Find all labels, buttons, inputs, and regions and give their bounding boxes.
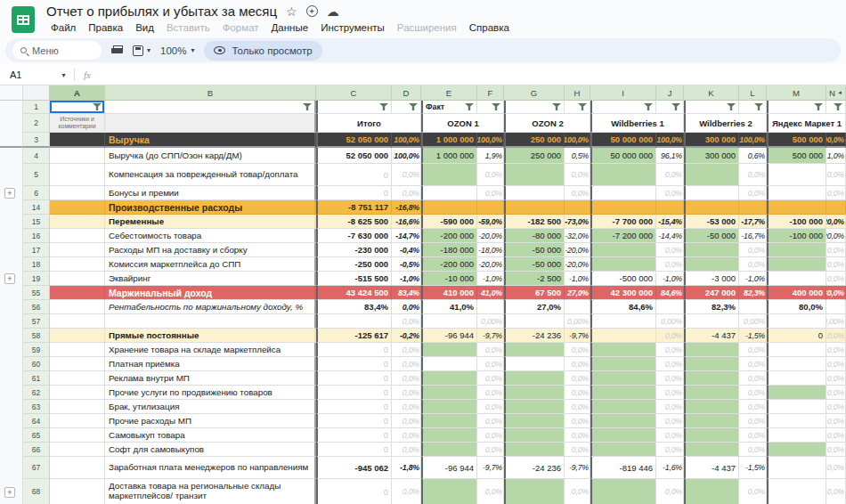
cell[interactable]: -200 000 — [421, 257, 477, 272]
cell[interactable]: 0,0% — [739, 400, 767, 414]
cell[interactable] — [421, 400, 477, 414]
cell[interactable] — [504, 200, 565, 215]
row-label-cell[interactable]: Прочие услуги по продвижению товаров — [105, 386, 316, 400]
cell[interactable] — [767, 243, 826, 257]
cell[interactable]: 0,0% — [565, 400, 590, 414]
cell[interactable] — [684, 357, 739, 371]
cell[interactable]: 0,0% — [392, 300, 421, 314]
cell[interactable]: 0,0% — [739, 479, 767, 504]
filter-icon[interactable] — [303, 103, 312, 110]
row-number[interactable]: 5 — [23, 164, 50, 186]
cell[interactable]: -1,0% — [477, 272, 504, 286]
cell[interactable]: -20,0% — [477, 229, 504, 243]
cell[interactable]: -9,7% — [477, 457, 504, 479]
cell[interactable]: 0 — [316, 357, 392, 371]
cell[interactable]: -7 630 000 — [316, 229, 392, 243]
cell[interactable] — [767, 414, 826, 428]
cell[interactable]: 52 050 000 — [316, 148, 392, 164]
cell[interactable]: -2 500 — [504, 272, 565, 286]
cell[interactable] — [590, 257, 656, 272]
cell[interactable]: 0,0% — [739, 186, 767, 200]
cell[interactable] — [421, 371, 477, 386]
sources-header[interactable]: Источники и комментарии — [50, 114, 105, 133]
cell[interactable]: 27,0% — [565, 286, 590, 300]
name-box-caret-icon[interactable]: ▼ — [61, 72, 67, 78]
row-label-cell[interactable]: Комиссия маркетплейса до СПП — [105, 257, 316, 272]
cell[interactable]: -3 000 — [684, 272, 739, 286]
marketplace-header[interactable]: Wildberries 1 — [590, 114, 684, 133]
expand-group-button[interactable]: + — [4, 487, 15, 498]
cell[interactable]: 100,0% — [565, 133, 590, 148]
cell[interactable]: -16,6% — [392, 215, 421, 229]
filter-icon[interactable] — [727, 103, 736, 110]
cell[interactable]: -1,0% — [739, 272, 767, 286]
cell[interactable]: -125 617 — [316, 329, 392, 343]
cell[interactable]: 0,0% — [392, 428, 421, 443]
row-label-cell[interactable]: Платная приёмка — [105, 357, 316, 371]
cell[interactable] — [684, 414, 739, 428]
cell[interactable]: -250 000 — [316, 257, 392, 272]
cell[interactable]: 100,0% — [477, 133, 504, 148]
request-access-icon[interactable]: + — [306, 5, 318, 17]
cell[interactable]: -9,7% — [565, 329, 590, 343]
cell[interactable] — [421, 343, 477, 357]
row-label-cell[interactable] — [105, 314, 316, 329]
row-label-cell[interactable]: Эквайринг — [105, 272, 316, 286]
row-number[interactable]: 19 — [23, 272, 50, 286]
row-label-cell[interactable]: Софт для самовыкупов — [105, 443, 316, 457]
cell[interactable] — [684, 314, 739, 329]
cell[interactable]: 0,0% — [826, 164, 846, 186]
cell[interactable] — [767, 272, 826, 286]
cell[interactable]: 500 000 — [767, 133, 826, 148]
cell[interactable]: 0,0% — [477, 357, 504, 371]
filter-icon[interactable] — [671, 103, 680, 110]
cell[interactable] — [590, 443, 656, 457]
cell[interactable]: -1,0% — [565, 272, 590, 286]
cell[interactable] — [316, 314, 392, 329]
cell[interactable]: 0,0% — [656, 343, 684, 357]
row-number[interactable]: 57 — [23, 314, 50, 329]
cell[interactable]: -20,0% — [565, 257, 590, 272]
cell[interactable]: 52 050 000 — [316, 133, 392, 148]
cell[interactable]: -0,2% — [392, 329, 421, 343]
cell[interactable]: 0,0% — [826, 479, 846, 504]
cell[interactable]: 0 — [316, 443, 392, 457]
cell[interactable] — [767, 343, 826, 357]
cell[interactable] — [50, 400, 105, 414]
cell[interactable]: 400 000 — [767, 286, 826, 300]
column-header[interactable]: F — [477, 85, 504, 101]
cell[interactable] — [50, 215, 105, 229]
row-label-cell[interactable]: Компенсация за поврежденный товар/доплат… — [105, 164, 316, 186]
cell[interactable] — [767, 371, 826, 386]
cell[interactable]: -20,0% — [565, 243, 590, 257]
cell[interactable]: 1 000 000 — [421, 148, 477, 164]
row-number[interactable]: 18 — [23, 257, 50, 272]
cell[interactable] — [684, 386, 739, 400]
cell[interactable] — [684, 164, 739, 186]
cell[interactable] — [767, 479, 826, 504]
cell[interactable]: 0,00% — [477, 314, 504, 329]
cell[interactable] — [504, 443, 565, 457]
cell[interactable]: 0,0% — [392, 164, 421, 186]
row-number[interactable]: 60 — [23, 357, 50, 371]
row-label-cell[interactable]: Прочие расходы МП — [105, 414, 316, 428]
cell[interactable] — [590, 200, 656, 215]
cell[interactable]: -0,4% — [392, 243, 421, 257]
cell[interactable]: -182 500 — [504, 215, 565, 229]
cell[interactable]: -4 437 — [684, 329, 739, 343]
cell[interactable] — [826, 200, 846, 215]
row-label-cell[interactable]: Хранение товара на складе маркетплейса — [105, 343, 316, 357]
cell[interactable] — [739, 200, 767, 215]
cell[interactable]: 27,0% — [504, 300, 565, 314]
cell[interactable]: -20,0% — [826, 215, 846, 229]
cell[interactable]: 0,0% — [565, 371, 590, 386]
cell[interactable] — [565, 200, 590, 215]
cell[interactable]: 0,0% — [392, 479, 421, 504]
cell[interactable]: 0,0% — [739, 428, 767, 443]
cell[interactable]: 0,0% — [826, 443, 846, 457]
print-icon[interactable] — [111, 45, 123, 56]
cell[interactable]: 100,0% — [392, 133, 421, 148]
cell[interactable]: 0,0% — [656, 257, 684, 272]
cell[interactable]: 0,0% — [656, 329, 684, 343]
cell[interactable] — [656, 300, 684, 314]
